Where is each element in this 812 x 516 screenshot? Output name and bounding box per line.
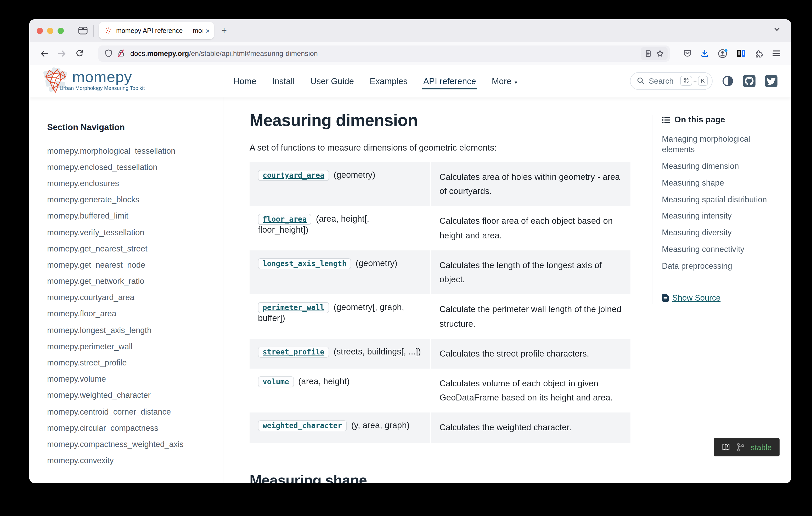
sidebar-link-momepy-longest-axis-length[interactable]: momepy.longest_axis_length	[47, 322, 218, 338]
forward-button[interactable]	[53, 45, 70, 61]
bookmark-star-icon[interactable]	[655, 48, 666, 59]
nav-link-examples[interactable]: Examples	[370, 67, 408, 95]
sidebar-link-momepy-compactness-weighted-axis[interactable]: momepy.compactness_weighted_axis	[47, 436, 218, 453]
sidebar-link-momepy-verify-tessellation[interactable]: momepy.verify_tessellation	[47, 224, 218, 241]
sidebar-link-momepy-convexity[interactable]: momepy.convexity	[47, 453, 218, 469]
toc-item: Managing morphological elements	[662, 131, 784, 158]
function-link-weighted-character[interactable]: weighted_character	[258, 421, 347, 431]
tab-separator	[93, 25, 94, 36]
tracking-protection-shield-icon[interactable]	[105, 49, 113, 58]
sidebar-link-momepy-centroid-corner-distance[interactable]: momepy.centroid_corner_distance	[47, 403, 218, 420]
toc-item: Data preprocessing	[662, 258, 784, 274]
minimize-window-button[interactable]	[47, 27, 53, 34]
toc-link-measuring-shape[interactable]: Measuring shape	[662, 175, 784, 192]
function-args: (streets, buildings[, ...])	[331, 346, 421, 356]
show-source-link[interactable]: Show Source	[662, 293, 720, 303]
function-link-longest-axis-length[interactable]: longest_axis_length	[258, 258, 351, 269]
list-tabs-chevron-icon[interactable]	[773, 26, 781, 33]
function-cell: perimeter_wall (geometry[, graph, buffer…	[250, 295, 430, 339]
url-prefix: docs.	[130, 50, 147, 57]
sidebar-link-momepy-get-network-ratio[interactable]: momepy.get_network_ratio	[47, 273, 218, 290]
sidebar-link-momepy-floor-area[interactable]: momepy.floor_area	[47, 306, 218, 322]
account-icon[interactable]	[718, 48, 728, 58]
search-icon	[637, 77, 645, 85]
sidebar-link-momepy-enclosures[interactable]: momepy.enclosures	[47, 175, 218, 192]
url-text: docs.momepy.org/en/stable/api.html#measu…	[130, 50, 641, 57]
momepy-favicon-icon	[104, 27, 112, 34]
sidebar-item: momepy.get_nearest_node	[47, 257, 218, 273]
insecure-lock-icon[interactable]	[117, 49, 125, 58]
toc-link-measuring-dimension[interactable]: Measuring dimension	[662, 158, 784, 175]
pocket-icon[interactable]	[683, 49, 692, 58]
header-right-controls: Search ⌘ + K	[630, 72, 778, 90]
function-description: Calculates the length of the longest axi…	[430, 250, 631, 295]
sidebar-link-momepy-courtyard-area[interactable]: momepy.courtyard_area	[47, 290, 218, 306]
version-switcher-badge[interactable]: stable	[714, 438, 780, 456]
show-source-label: Show Source	[672, 293, 720, 303]
sidebar-link-momepy-generate-blocks[interactable]: momepy.generate_blocks	[47, 192, 218, 208]
url-bar-actions	[641, 47, 668, 60]
function-description: Calculate the perimeter wall length of t…	[430, 295, 631, 339]
sidebar-link-momepy-get-nearest-street[interactable]: momepy.get_nearest_street	[47, 241, 218, 257]
function-description: Calculates area of holes within geometry…	[430, 162, 631, 206]
sidebar-link-momepy-get-nearest-node[interactable]: momepy.get_nearest_node	[47, 257, 218, 273]
back-button[interactable]	[36, 45, 52, 61]
search-button[interactable]: Search ⌘ + K	[630, 72, 713, 90]
toc-link-measuring-connectivity[interactable]: Measuring connectivity	[662, 241, 784, 258]
theme-toggle-icon[interactable]	[722, 75, 733, 87]
function-description: Calculates the weighted character.	[430, 413, 631, 443]
function-link-street-profile[interactable]: street_profile	[258, 346, 329, 358]
active-tab[interactable]: momepy API reference — mome ×	[99, 22, 214, 39]
browser-toolbar: docs.momepy.org/en/stable/api.html#measu…	[29, 42, 791, 65]
dark-mode-extension-icon[interactable]	[737, 49, 746, 58]
toc-link-managing-morphological-elements[interactable]: Managing morphological elements	[662, 131, 784, 158]
chevron-down-icon: ▾	[515, 80, 517, 85]
sidebar-link-momepy-street-profile[interactable]: momepy.street_profile	[47, 355, 218, 371]
tab-close-icon[interactable]: ×	[206, 26, 210, 35]
function-link-courtyard-area[interactable]: courtyard_area	[258, 170, 329, 181]
sidebar-item: momepy.convexity	[47, 453, 218, 469]
sidebar-link-momepy-enclosed-tessellation[interactable]: momepy.enclosed_tessellation	[47, 159, 218, 175]
firefox-view-button[interactable]	[75, 23, 90, 38]
twitter-icon[interactable]	[765, 74, 778, 87]
downloads-icon[interactable]	[701, 49, 709, 58]
primary-nav: HomeInstallUser GuideExamplesAPI referen…	[233, 67, 517, 95]
nav-link-install[interactable]: Install	[272, 67, 295, 95]
sidebar-link-momepy-weighted-character[interactable]: momepy.weighted_character	[47, 387, 218, 403]
extensions-puzzle-icon[interactable]	[754, 49, 763, 58]
api-function-table: courtyard_area (geometry)Calculates area…	[250, 162, 631, 443]
nav-link-user-guide[interactable]: User Guide	[310, 67, 354, 95]
kbd-plus: +	[693, 78, 697, 84]
sidebar-link-momepy-buffered-limit[interactable]: momepy.buffered_limit	[47, 208, 218, 224]
sidebar-link-momepy-perimeter-wall[interactable]: momepy.perimeter_wall	[47, 338, 218, 355]
sidebar-link-momepy-morphological-tessellation[interactable]: momepy.morphological_tessellation	[47, 143, 218, 159]
zoom-window-button[interactable]	[58, 27, 64, 34]
toc-link-measuring-spatial-distribution[interactable]: Measuring spatial distribution	[662, 191, 784, 208]
function-link-floor-area[interactable]: floor_area	[258, 214, 312, 225]
nav-link-home[interactable]: Home	[233, 67, 256, 95]
close-window-button[interactable]	[37, 27, 43, 34]
toc-link-measuring-intensity[interactable]: Measuring intensity	[662, 208, 784, 225]
sidebar-link-momepy-volume[interactable]: momepy.volume	[47, 371, 218, 387]
function-description: Calculates floor area of each object bas…	[430, 206, 631, 250]
table-row: longest_axis_length (geometry)Calculates…	[250, 250, 631, 295]
function-link-volume[interactable]: volume	[258, 376, 294, 387]
nav-link-more[interactable]: More▾	[492, 67, 517, 95]
reload-button[interactable]	[71, 45, 88, 61]
toc-link-measuring-diversity[interactable]: Measuring diversity	[662, 224, 784, 241]
section-intro: A set of functions to measure dimensions…	[250, 143, 631, 153]
momepy-logo[interactable]: momepy Urban Morphology Measuring Toolki…	[43, 68, 200, 94]
url-bar[interactable]: docs.momepy.org/en/stable/api.html#measu…	[98, 45, 670, 61]
sidebar-link-momepy-circular-compactness[interactable]: momepy.circular_compactness	[47, 420, 218, 436]
sidebar-title: Section Navigation	[47, 122, 218, 132]
url-path: /en/stable/api.html#measuring-dimension	[189, 50, 318, 57]
sidebar-item: momepy.perimeter_wall	[47, 338, 218, 355]
browser-window: momepy API reference — mome × +	[29, 19, 791, 483]
function-link-perimeter-wall[interactable]: perimeter_wall	[258, 302, 329, 313]
toc-link-data-preprocessing[interactable]: Data preprocessing	[662, 258, 784, 274]
nav-link-api-reference[interactable]: API reference	[423, 67, 476, 95]
new-tab-button[interactable]: +	[221, 25, 227, 36]
menu-hamburger-icon[interactable]	[772, 50, 781, 57]
github-icon[interactable]	[743, 74, 755, 87]
reader-mode-icon[interactable]	[643, 48, 654, 59]
